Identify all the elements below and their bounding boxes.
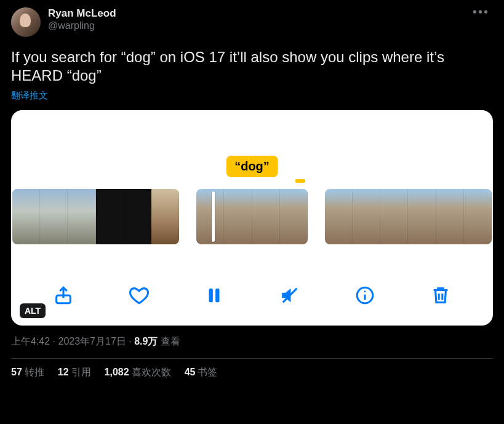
clip-thumb (380, 189, 408, 244)
search-tooltip: “dog” (226, 156, 278, 177)
avatar[interactable] (11, 7, 41, 37)
alt-badge[interactable]: ALT (20, 303, 46, 318)
mute-icon[interactable] (277, 282, 303, 308)
tweet-text: If you search for “dog” on iOS 17 it’ll … (11, 48, 493, 85)
tweet-container: Ryan McLeod @warpling ••• If you search … (0, 0, 504, 379)
pause-icon[interactable] (201, 282, 227, 308)
author-names[interactable]: Ryan McLeod @warpling (48, 7, 469, 32)
svg-rect-2 (215, 289, 219, 303)
search-marker (295, 179, 305, 183)
translate-link[interactable]: 翻译推文 (11, 90, 493, 102)
tweet-date[interactable]: 2023年7月17日 (58, 336, 126, 346)
clip-thumb (280, 189, 308, 244)
clip-thumb (124, 189, 151, 244)
svg-point-6 (364, 290, 366, 292)
clip-thumb (408, 189, 436, 244)
share-icon[interactable] (50, 282, 76, 308)
clip-thumb (96, 189, 124, 244)
handle: @warpling (48, 20, 469, 32)
clip-thumb (325, 189, 353, 244)
tweet-header: Ryan McLeod @warpling ••• (11, 7, 493, 37)
divider (11, 358, 493, 359)
tweet-meta: 上午4:42 · 2023年7月17日 · 8.9万 查看 (11, 335, 493, 348)
stat-quotes[interactable]: 12引用 (58, 366, 91, 379)
clip-group-1[interactable] (12, 189, 179, 244)
stat-retweets[interactable]: 57转推 (11, 366, 44, 379)
svg-rect-1 (209, 289, 213, 303)
clip-thumb (196, 189, 224, 244)
clip-thumb (12, 189, 40, 244)
display-name: Ryan McLeod (48, 7, 469, 20)
clip-group-2[interactable] (196, 189, 308, 244)
clip-thumb (436, 189, 464, 244)
clip-thumb (252, 189, 280, 244)
stat-likes[interactable]: 1,082喜欢次数 (105, 366, 171, 379)
heart-icon[interactable] (126, 282, 152, 308)
video-timeline[interactable] (11, 189, 493, 244)
clip-thumb (353, 189, 380, 244)
more-button[interactable]: ••• (469, 7, 493, 16)
stat-bookmarks[interactable]: 45书签 (185, 366, 218, 379)
clip-group-3[interactable] (325, 189, 492, 244)
views-count: 8.9万 (134, 336, 158, 346)
clip-thumb (68, 189, 95, 244)
info-icon[interactable] (352, 282, 378, 308)
clip-thumb (464, 189, 492, 244)
playhead[interactable] (212, 191, 215, 242)
clip-thumb (40, 189, 68, 244)
trash-icon[interactable] (428, 282, 454, 308)
tweet-time[interactable]: 上午4:42 (11, 336, 50, 346)
tweet-stats: 57转推 12引用 1,082喜欢次数 45书签 (11, 366, 493, 379)
clip-thumb (151, 189, 179, 244)
views-label: 查看 (158, 336, 180, 346)
media-card[interactable]: “dog” (11, 110, 493, 326)
clip-thumb (224, 189, 252, 244)
media-toolbar (11, 282, 493, 308)
